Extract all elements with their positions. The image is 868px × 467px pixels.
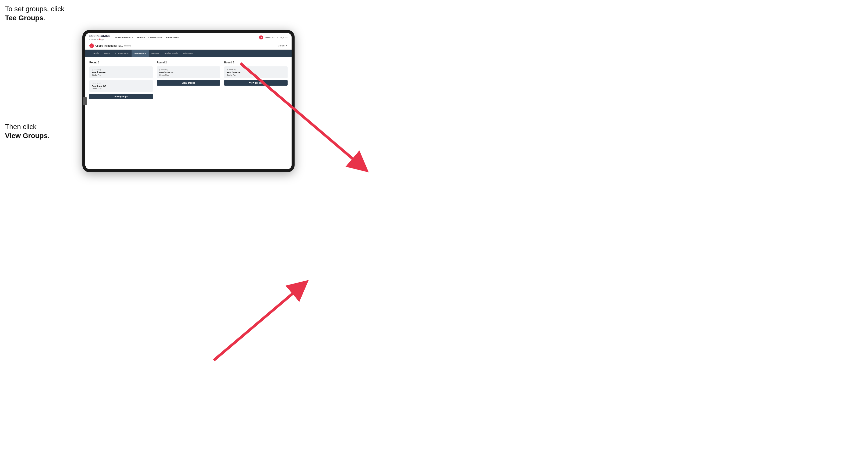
round-1-course-b-name: East Lake GC <box>92 85 150 87</box>
user-avatar: B <box>259 35 263 39</box>
cancel-button[interactable]: Cancel ✕ <box>278 44 287 47</box>
instruction-bottom-bold: View Groups <box>5 132 48 139</box>
round-1-column: Round 1 (Course A) Peachtree GC Stroke P… <box>89 61 153 99</box>
round-3-column: Round 3 (Course A) Peachtree GC Stroke P… <box>224 61 287 99</box>
round-2-course-a-label: (Course A) <box>159 68 218 71</box>
svg-line-1 <box>214 287 300 360</box>
sub-nav: Details Teams Course Setup Tee Groups Re… <box>85 50 291 57</box>
rounds-container: Round 1 (Course A) Peachtree GC Stroke P… <box>89 61 287 99</box>
instruction-bottom-period: . <box>48 132 50 139</box>
logo-sub: Powered by clippit <box>89 37 110 40</box>
logo-area: SCOREBOARD Powered by clippit <box>89 34 110 40</box>
round-2-course-a-format: Stroke Play <box>159 74 218 76</box>
instruction-top-line1: To set groups, click <box>5 5 64 13</box>
logo-main: SCOREBOARD <box>89 34 110 37</box>
round-1-course-a-name: Peachtree GC <box>92 71 150 74</box>
round-2-column: Round 2 (Course A) Peachtree GC Stroke P… <box>157 61 220 99</box>
tablet-side-arrow <box>83 97 87 105</box>
round-1-course-a-format: Stroke Play <box>92 74 150 76</box>
round-1-course-b-label: (Course B) <box>92 82 150 84</box>
tablet-screen: SCOREBOARD Powered by clippit TOURNAMENT… <box>85 33 291 169</box>
tab-details[interactable]: Details <box>89 50 101 57</box>
round-2-course-a-name: Peachtree GC <box>159 71 218 74</box>
round-2-course-a-card: (Course A) Peachtree GC Stroke Play <box>157 66 220 78</box>
tournament-logo: C <box>89 43 94 48</box>
tab-course-setup[interactable]: Course Setup <box>113 50 131 57</box>
instruction-top: To set groups, click Tee Groups. <box>5 4 64 23</box>
tab-results[interactable]: Results <box>149 50 161 57</box>
tab-teams[interactable]: Teams <box>101 50 113 57</box>
tab-leaderboards[interactable]: Leaderboards <box>161 50 180 57</box>
tablet-device: SCOREBOARD Powered by clippit TOURNAMENT… <box>82 30 294 172</box>
round-2-title: Round 2 <box>157 61 220 64</box>
round-3-course-a-label: (Course A) <box>227 68 285 71</box>
nav-links: TOURNAMENTS TEAMS COMMITTEE RANKINGS <box>115 35 259 40</box>
round-3-title: Round 3 <box>224 61 287 64</box>
instruction-bottom: Then click View Groups. <box>5 122 50 141</box>
instruction-top-bold: Tee Groups <box>5 14 43 22</box>
nav-tournaments[interactable]: TOURNAMENTS <box>115 35 133 40</box>
round-3-view-groups-button[interactable]: View groups <box>224 80 287 86</box>
round-1-course-b-card: (Course B) East Lake GC Stroke Play <box>89 80 153 92</box>
nav-committee[interactable]: COMMITTEE <box>149 35 163 40</box>
sign-out-link[interactable]: Sign out <box>280 36 287 38</box>
user-email: blair@clippd.io <box>265 36 278 38</box>
round-2-view-groups-button[interactable]: View groups <box>157 80 220 86</box>
round-1-course-b-format: Stroke Play <box>92 88 150 90</box>
tab-tee-groups[interactable]: Tee Groups <box>131 50 149 57</box>
tab-printables[interactable]: Printables <box>180 50 195 57</box>
tournament-header: C Clippd Invitational (M... Hosting Canc… <box>85 42 291 50</box>
round-1-course-a-label: (Course A) <box>92 68 150 71</box>
nav-rankings[interactable]: RANKINGS <box>166 35 179 40</box>
main-content: Round 1 (Course A) Peachtree GC Stroke P… <box>85 57 291 169</box>
instruction-bottom-line1: Then click <box>5 123 36 130</box>
tournament-name-area: C Clippd Invitational (M... Hosting <box>89 43 131 48</box>
round-3-course-a-name: Peachtree GC <box>227 71 285 74</box>
tournament-hosting: Hosting <box>124 45 131 47</box>
round-3-course-a-format: Stroke Play <box>227 74 285 76</box>
top-nav: SCOREBOARD Powered by clippit TOURNAMENT… <box>85 33 291 42</box>
tournament-name: Clippd Invitational (M... <box>95 44 123 47</box>
nav-teams[interactable]: TEAMS <box>137 35 145 40</box>
round-1-course-a-card: (Course A) Peachtree GC Stroke Play <box>89 66 153 78</box>
round-3-course-a-card: (Course A) Peachtree GC Stroke Play <box>224 66 287 78</box>
instruction-top-period: . <box>43 14 45 22</box>
round-1-title: Round 1 <box>89 61 153 64</box>
nav-right: B blair@clippd.io Sign out <box>259 35 287 39</box>
round-1-view-groups-button[interactable]: View groups <box>89 94 153 99</box>
logo-text: SCOREBOARD <box>89 34 110 37</box>
